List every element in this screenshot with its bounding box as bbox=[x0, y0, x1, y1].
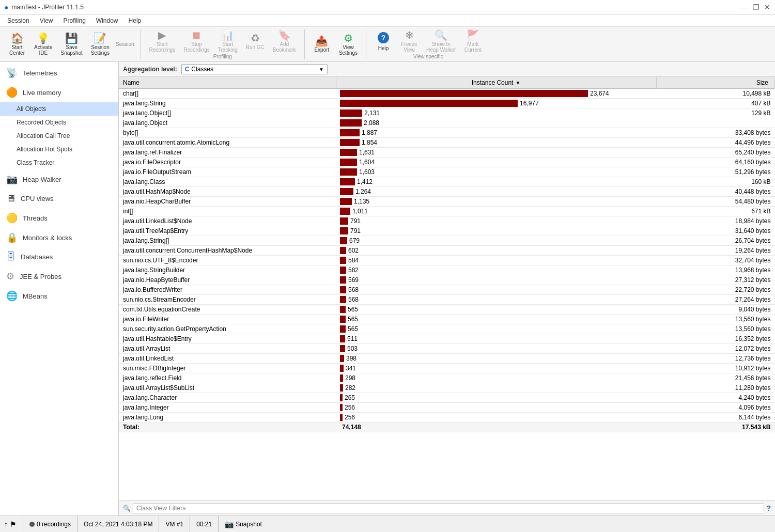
table-row[interactable]: sun.nio.cs.UTF_8$Encoder 584 32,704 byte… bbox=[119, 256, 775, 265]
table-row[interactable]: sun.nio.cs.StreamEncoder 568 27,264 byte… bbox=[119, 295, 775, 305]
start-center-button[interactable]: 🏠 StartCenter bbox=[4, 32, 30, 57]
aggregation-dropdown[interactable]: C Classes ▼ bbox=[181, 64, 328, 74]
sidebar-item-mbeans[interactable]: 🌐 MBeans bbox=[0, 286, 118, 306]
export-button[interactable]: 📤 Export bbox=[309, 32, 335, 57]
table-row[interactable]: java.lang.Class 1,412 160 kB bbox=[119, 177, 775, 187]
sidebar-item-live-memory[interactable]: 🟠 Live memory bbox=[0, 83, 118, 102]
session-settings-button[interactable]: 📝 SessionSettings bbox=[87, 32, 114, 57]
table-row[interactable]: java.nio.HeapCharBuffer 1,135 54,480 byt… bbox=[119, 197, 775, 207]
row-size-32: 4,096 bytes bbox=[656, 403, 775, 413]
sidebar-item-telemetries[interactable]: 📡 Telemetries bbox=[0, 63, 118, 83]
table-row[interactable]: java.lang.Object[] 2,131 129 kB bbox=[119, 108, 775, 118]
row-count-6: 1,631 bbox=[336, 148, 656, 158]
menu-bar: Session View Profiling Window Help bbox=[0, 14, 775, 27]
objects-table: Name Instance Count ▼ Size char[] 23,674 bbox=[119, 77, 775, 432]
mark-current-button[interactable]: 🚩 MarkCurrent bbox=[460, 29, 486, 54]
table-row[interactable]: byte[] 1,887 33,408 bytes bbox=[119, 128, 775, 138]
help-button[interactable]: ? Help bbox=[370, 29, 396, 54]
table-row[interactable]: java.lang.String[] 679 26,704 bytes bbox=[119, 236, 775, 246]
save-snapshot-button[interactable]: 💾 SaveSnapshot bbox=[57, 32, 87, 57]
stop-recordings-button[interactable]: ⏹ StopRecordings bbox=[179, 29, 214, 54]
table-row[interactable]: int[] 1,011 671 kB bbox=[119, 207, 775, 216]
nav-up-arrow[interactable]: ↑ bbox=[4, 520, 8, 528]
sidebar-item-threads[interactable]: 🟡 Threads bbox=[0, 208, 118, 228]
profiling-group-label: Profiling bbox=[145, 54, 300, 59]
activate-ide-button[interactable]: 💡 ActivateIDE bbox=[30, 32, 57, 57]
show-in-heap-walker-button[interactable]: 🔍 Show InHeap Walker bbox=[422, 29, 460, 54]
run-gc-icon: ♻ bbox=[251, 33, 260, 43]
close-button[interactable]: ✕ bbox=[764, 4, 771, 11]
time-value: 00:21 bbox=[196, 521, 212, 528]
menu-view[interactable]: View bbox=[35, 16, 58, 25]
sidebar-subitem-all-objects[interactable]: All Objects bbox=[0, 102, 118, 116]
data-table-container[interactable]: Name Instance Count ▼ Size char[] 23,674 bbox=[119, 77, 775, 500]
table-row[interactable]: java.util.concurrent.ConcurrentHashMap$N… bbox=[119, 246, 775, 256]
col-name-header[interactable]: Name bbox=[119, 77, 336, 89]
table-row[interactable]: java.io.FileWriter 565 13,560 bytes bbox=[119, 315, 775, 324]
add-bookmark-button[interactable]: 🔖 AddBookmark bbox=[269, 29, 300, 54]
table-row[interactable]: java.util.LinkedList$Node 791 18,984 byt… bbox=[119, 216, 775, 226]
run-gc-button[interactable]: ♻ Run GC bbox=[242, 29, 269, 54]
start-recordings-label: StartRecordings bbox=[149, 41, 176, 53]
table-row[interactable]: sun.misc.FDBigInteger 341 10,912 bytes bbox=[119, 364, 775, 373]
table-row[interactable]: java.lang.ref.Finalizer 1,631 65,240 byt… bbox=[119, 148, 775, 158]
menu-window[interactable]: Window bbox=[91, 16, 123, 25]
table-row[interactable]: java.lang.String 16,977 407 kB bbox=[119, 99, 775, 108]
table-row[interactable]: java.io.FileDescriptor 1,604 64,160 byte… bbox=[119, 158, 775, 167]
table-row[interactable]: java.lang.reflect.Field 298 21,456 bytes bbox=[119, 373, 775, 383]
table-row[interactable]: java.util.TreeMap$Entry 791 31,640 bytes bbox=[119, 226, 775, 236]
sort-indicator: ▼ bbox=[515, 80, 520, 86]
snapshot-button[interactable]: 📷 Snapshot bbox=[219, 516, 268, 532]
col-size-header[interactable]: Size bbox=[656, 77, 775, 89]
table-row[interactable]: java.util.ArrayList$SubList 282 11,280 b… bbox=[119, 383, 775, 393]
sidebar-subitem-allocation-call-tree[interactable]: Allocation Call Tree bbox=[0, 129, 118, 143]
maximize-button[interactable]: ❐ bbox=[752, 4, 760, 11]
view-settings-button[interactable]: ⚙ ViewSettings bbox=[335, 32, 362, 57]
table-row[interactable]: java.lang.Integer 256 4,096 bytes bbox=[119, 403, 775, 413]
sidebar-item-jee-probes[interactable]: ⚙ JEE & Probes bbox=[0, 267, 118, 286]
sidebar-item-cpu-views[interactable]: 🖥 CPU views bbox=[0, 189, 118, 208]
table-row[interactable]: java.nio.HeapByteBuffer 569 27,312 bytes bbox=[119, 275, 775, 285]
table-row[interactable]: java.util.LinkedList 398 12,736 bytes bbox=[119, 354, 775, 364]
row-size-14: 31,640 bytes bbox=[656, 226, 775, 236]
table-row[interactable]: java.lang.Object 2,088 bbox=[119, 118, 775, 128]
start-tracking-button[interactable]: 📊 StartTracking bbox=[214, 29, 242, 54]
table-row[interactable]: char[] 23,674 10,498 kB bbox=[119, 89, 775, 99]
sidebar-subitem-allocation-hot-spots[interactable]: Allocation Hot Spots bbox=[0, 143, 118, 156]
row-count-30: 282 bbox=[336, 383, 656, 393]
save-snapshot-icon: 💾 bbox=[65, 33, 78, 43]
snapshot-icon: 📷 bbox=[225, 520, 234, 528]
sidebar-item-databases[interactable]: 🗄 Databases bbox=[0, 247, 118, 267]
menu-help[interactable]: Help bbox=[123, 16, 147, 25]
filter-help-icon[interactable]: ? bbox=[766, 504, 771, 512]
table-row[interactable]: sun.security.action.GetPropertyAction 56… bbox=[119, 324, 775, 334]
table-row[interactable]: java.util.ArrayList 503 12,072 bytes bbox=[119, 344, 775, 354]
sidebar-subitem-class-tracker[interactable]: Class Tracker bbox=[0, 156, 118, 169]
table-row[interactable]: java.util.concurrent.atomic.AtomicLong 1… bbox=[119, 138, 775, 148]
minimize-button[interactable]: — bbox=[741, 4, 748, 11]
row-name-21: sun.nio.cs.StreamEncoder bbox=[119, 295, 336, 305]
menu-profiling[interactable]: Profiling bbox=[58, 16, 91, 25]
table-row[interactable]: java.lang.Long 256 6,144 bytes bbox=[119, 413, 775, 423]
sidebar-subitem-recorded-objects[interactable]: Recorded Objects bbox=[0, 116, 118, 129]
nav-flag[interactable]: ⚑ bbox=[10, 520, 17, 528]
filter-input[interactable] bbox=[133, 503, 764, 513]
sidebar-databases-label: Databases bbox=[21, 253, 53, 261]
start-recordings-button[interactable]: ▶ StartRecordings bbox=[145, 29, 180, 54]
sidebar-item-heap-walker[interactable]: 📷 Heap Walker bbox=[0, 169, 118, 189]
table-row[interactable]: java.io.FileOutputStream 1,603 51,296 by… bbox=[119, 167, 775, 177]
row-count-29: 298 bbox=[336, 373, 656, 383]
vm-value: VM #1 bbox=[165, 521, 183, 528]
table-row[interactable]: java.io.BufferedWriter 568 22,720 bytes bbox=[119, 285, 775, 295]
freeze-view-button[interactable]: ❄ FreezeView bbox=[396, 29, 422, 54]
table-row[interactable]: java.util.Hashtable$Entry 511 16,352 byt… bbox=[119, 334, 775, 344]
table-row[interactable]: java.lang.Character 265 4,240 bytes bbox=[119, 393, 775, 403]
table-row[interactable]: java.util.HashMap$Node 1,264 40,448 byte… bbox=[119, 187, 775, 197]
menu-session[interactable]: Session bbox=[2, 16, 35, 25]
col-instance-count-header[interactable]: Instance Count ▼ bbox=[336, 77, 656, 89]
row-size-9: 160 kB bbox=[656, 177, 775, 187]
table-row[interactable]: com.lxl.Utils.equationCreate 565 9,040 b… bbox=[119, 305, 775, 315]
sidebar-item-monitors-locks[interactable]: 🔒 Monitors & locks bbox=[0, 228, 118, 247]
table-row[interactable]: java.lang.StringBuilder 582 13,968 bytes bbox=[119, 265, 775, 275]
row-count-15: 679 bbox=[336, 236, 656, 246]
